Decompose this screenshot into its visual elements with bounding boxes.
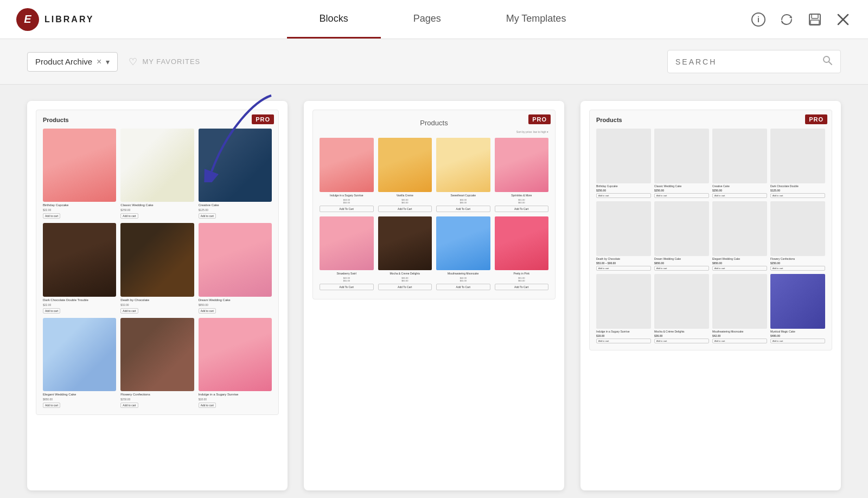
product-name: Classic Wedding Cake [120,203,194,207]
list-item: Flowery Confections $250.00 Add to cart [770,201,825,271]
save-icon[interactable] [806,11,824,28]
add-to-cart-button[interactable]: Add to cart [596,193,651,198]
product-image [436,138,490,192]
product-image [43,129,116,202]
template-card-2[interactable]: PRO Products Sort by price: low to high … [304,101,564,490]
list-item: Classic Wedding Cake $250.00 Add to cart [654,129,709,198]
product-name: Death by Chocolate [120,298,194,302]
product-image [120,129,194,202]
pro-badge-1: PRO [252,114,274,124]
add-to-cart-button[interactable]: Add to cart [712,266,767,271]
card1-content: Products Birthday Cupcake $22.00 Add to … [36,110,278,414]
list-item: Sprinkles & More $55.00$60.00 Add To Car… [495,138,549,212]
info-icon[interactable]: i [750,11,767,28]
product-image [120,318,194,391]
filter-dropdown[interactable]: Product Archive × ▾ [27,52,118,72]
product-name: Death by Chocolate [596,257,651,260]
close-icon[interactable] [834,11,852,28]
template-card-1[interactable]: PRO Products Birthday Cupcake $22.00 Add… [27,101,288,490]
add-to-cart-button[interactable]: Add to cart [770,193,825,198]
product-name: Classic Wedding Cake [654,184,709,188]
logo-area: E LIBRARY [0,8,152,31]
list-item: Strawberry Swirl $22.00$55.00 Add To Car… [320,216,374,291]
card2-inner: PRO Products Sort by price: low to high … [312,110,556,299]
pro-badge-2: PRO [528,114,551,124]
add-to-cart-button[interactable]: Add To Cart [436,284,490,290]
product-price: $18.00 [596,334,651,337]
add-to-cart-button[interactable]: Add To Cart [320,206,374,212]
product-price: $22.00 [43,208,116,212]
template-card-3[interactable]: PRO Products Birthday Cupcake $250.00 Ad… [580,101,841,490]
product-name: Elegant Wedding Cake [43,393,116,396]
add-to-cart-button[interactable]: Add to cart [596,339,651,343]
header-actions: i [733,11,868,28]
card2-grid: Indulge in a Sugary Sunrise $18.00$50.00… [320,138,548,290]
search-input[interactable] [675,58,822,66]
add-to-cart-button[interactable]: Add to cart [770,266,825,271]
add-to-cart-button[interactable]: Add To Cart [495,284,549,290]
product-name: Indulge in a Sugary Sunrise [199,393,272,396]
list-item: Elegant Wedding Cake $650.00 Add to cart [712,201,767,271]
card1-inner: PRO Products Birthday Cupcake $22.00 Add… [36,110,279,415]
product-name: Elegant Wedding Cake [712,257,767,260]
product-price: $250.00 [120,398,194,401]
product-price: $55.00$60.00 [495,199,549,204]
favorites-button[interactable]: ♡ MY FAVORITES [129,56,200,68]
elementor-logo: E [16,8,39,31]
product-price: $22.00 [43,303,116,307]
product-price: $125.00 [199,208,272,212]
add-to-cart-button[interactable]: Add to cart [199,403,216,408]
product-price: $250.00 [654,189,709,192]
product-image [199,223,272,296]
add-to-cart-button[interactable]: Add to cart [654,193,709,198]
add-to-cart-button[interactable]: Add to cart [654,339,709,343]
product-image [712,129,767,183]
add-to-cart-button[interactable]: Add To Cart [495,206,549,212]
add-to-cart-button[interactable]: Add to cart [43,403,60,408]
add-to-cart-button[interactable]: Add To Cart [378,284,432,290]
add-to-cart-button[interactable]: Add to cart [712,339,767,343]
add-to-cart-button[interactable]: Add to cart [654,266,709,271]
add-to-cart-button[interactable]: Add To Cart [436,206,490,212]
svg-rect-6 [810,20,819,24]
product-image [654,201,709,256]
product-name: Birthday Cupcake [43,203,116,207]
product-image [712,201,767,256]
list-item: Death by Chocolate $32.00 Add to cart [120,223,194,313]
refresh-icon[interactable] [778,11,795,28]
card1-title: Products [43,117,272,123]
filter-clear-button[interactable]: × [97,57,101,67]
tab-blocks[interactable]: Blocks [287,0,381,39]
add-to-cart-button[interactable]: Add to cart [43,308,60,314]
add-to-cart-button[interactable]: Add to cart [712,193,767,198]
product-price: $22.00$55.00 [320,277,374,282]
product-name: Dark Chocolate Double Trouble [43,298,116,302]
product-price: $18.00$50.00 [320,199,374,204]
favorites-label: MY FAVORITES [142,58,200,66]
add-to-cart-button[interactable]: Add to cart [120,403,138,408]
add-to-cart-button[interactable]: Add to cart [120,213,138,219]
add-to-cart-button[interactable]: Add To Cart [378,206,432,212]
product-image [712,274,767,329]
add-to-cart-button[interactable]: Add To Cart [320,284,374,290]
add-to-cart-button[interactable]: Add to cart [596,266,651,271]
tab-pages[interactable]: Pages [381,0,474,39]
list-item: Elegant Wedding Cake $650.00 Add to cart [43,318,116,408]
product-price: $650.00 [43,398,116,401]
list-item: Sweetheart Cupcake $50.00$60.00 Add To C… [436,138,490,212]
add-to-cart-button[interactable]: Add to cart [199,213,216,219]
add-to-cart-button[interactable]: Add to cart [199,308,216,314]
add-to-cart-button[interactable]: Add to cart [43,213,60,219]
product-image [495,216,549,271]
list-item: Creative Cake $250.00 Add to cart [712,129,767,198]
filter-chevron-icon[interactable]: ▾ [106,58,110,66]
product-price: $480.00 [770,334,825,337]
product-image [199,318,272,391]
product-price: $650.00 [654,261,709,265]
add-to-cart-button[interactable]: Add to cart [120,308,138,314]
add-to-cart-button[interactable]: Add to cart [770,339,825,343]
tab-my-templates[interactable]: My Templates [474,0,599,39]
list-item: Vanilla Creme $30.00$60.00 Add To Cart [378,138,432,212]
list-item: Indulge in a Sugary Sunrise $18.00$50.00… [320,138,374,212]
list-item: Mouthwatering Mooncake $42.00$55.00 Add … [436,216,490,291]
